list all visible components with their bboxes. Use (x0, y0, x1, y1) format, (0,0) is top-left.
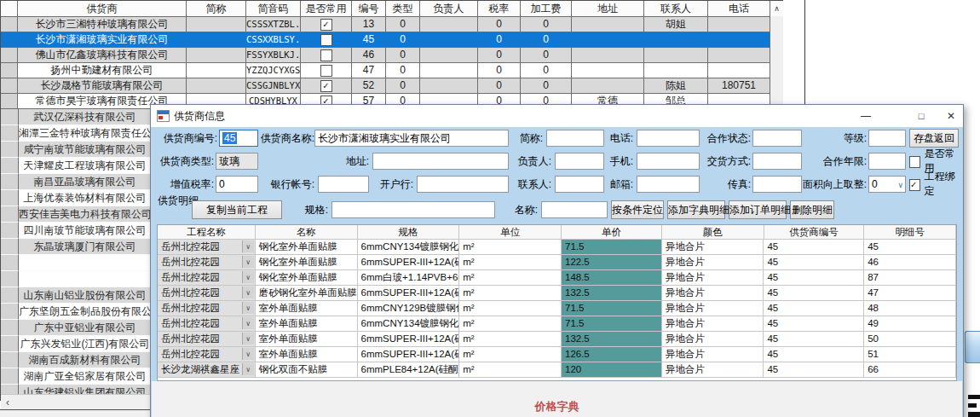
name-cell[interactable]: 钢化室外单面贴膜 (256, 270, 358, 286)
unit-cell[interactable]: m² (459, 362, 562, 378)
col-header-supplier[interactable]: 供货商 (18, 1, 187, 17)
color-cell[interactable]: 异地合片 (662, 316, 764, 332)
detail-grid-row[interactable]: 岳州北控花园 室外单面贴膜 6mmCNY134镀膜钢化 m² 71.5 异地合片… (158, 316, 956, 332)
common-checkbox[interactable] (320, 34, 332, 46)
supplier-table-row[interactable]: 长沙市潇湘玻璃实业有限公司 CSSXXBLSY... 45 0 0 0 (1, 32, 783, 48)
detail-grid-row[interactable]: 岳州北控花园 磨砂钢化室外单面贴膜 6mmSUPER-III+12A(硅... … (158, 286, 956, 301)
price-cell[interactable]: 132.5 (562, 332, 662, 347)
col-header-spec[interactable]: 规格 (358, 225, 460, 240)
name-cell[interactable]: 室外单面贴膜 (256, 347, 358, 362)
often-used-checkbox-row[interactable]: 是否常用 (909, 153, 963, 170)
col-header-address[interactable]: 地址 (572, 1, 644, 17)
copy-project-button[interactable]: 复制当前工程 (192, 200, 282, 219)
coop-years-input[interactable] (868, 153, 906, 170)
name-cell[interactable]: 室外单面贴膜 (256, 316, 358, 332)
supplier-no-cell[interactable]: 45 (764, 316, 864, 332)
col-header-pinyin[interactable]: 简音码 (246, 1, 301, 17)
unit-cell[interactable]: m² (459, 301, 562, 316)
shortname-input[interactable] (546, 130, 604, 147)
name-cell[interactable]: 室外单面贴膜 (256, 301, 358, 316)
coop-status-input[interactable] (752, 130, 802, 147)
locate-button[interactable]: 按条件定位 (611, 200, 664, 219)
maximize-button[interactable]: □ (908, 105, 934, 127)
project-combo-cell[interactable]: 岳州北控花园 (158, 332, 256, 347)
supplier-list-item[interactable]: 湖南广亚全铝家居有限公司 (1, 368, 151, 385)
supplier-list-item[interactable]: 东晶玻璃厦门有限公司 (1, 239, 151, 255)
price-cell[interactable]: 148.5 (562, 270, 662, 286)
scroll-up-icon[interactable]: ∧ (770, 1, 783, 17)
detail-grid-row[interactable]: 岳州北控花园 钢化室外单面贴膜 6mmCNY134镀膜钢化 m² 71.5 异地… (158, 240, 956, 255)
color-cell[interactable]: 异地合片 (662, 362, 764, 378)
unit-cell[interactable]: m² (459, 316, 562, 332)
name-filter-input[interactable] (541, 201, 608, 218)
name-cell[interactable]: 钢化双面不贴膜 (256, 362, 358, 378)
name-cell[interactable]: 室外单面贴膜 (256, 332, 358, 347)
col-header-common[interactable]: 是否常用 (301, 1, 352, 17)
supplier-no-cell[interactable]: 45 (764, 332, 864, 347)
price-cell[interactable]: 71.5 (562, 240, 662, 255)
name-cell[interactable]: 钢化室外单面贴膜 (256, 240, 358, 255)
col-header-taxrate[interactable]: 税率 (478, 1, 521, 17)
project-combo-cell[interactable]: 岳州北控花园 (158, 270, 256, 286)
supplier-no-cell[interactable]: 45 (764, 301, 864, 316)
add-dict-detail-button[interactable]: 添加字典明细 (667, 200, 725, 219)
name-cell[interactable]: 磨砂钢化室外单面贴膜 (256, 286, 358, 301)
project-combo-cell[interactable]: 岳州北控花园 (158, 301, 256, 316)
often-used-checkbox[interactable] (909, 156, 920, 168)
unit-cell[interactable]: m² (459, 255, 562, 270)
detail-grid-row[interactable]: 岳州北控花园 室外单面贴膜 6mmSUPER-III+12A(硅... m² 1… (158, 332, 956, 347)
price-cell[interactable]: 126.5 (562, 347, 662, 362)
col-header-phone[interactable]: 电话 (708, 1, 770, 17)
grade-input[interactable] (868, 130, 906, 147)
detail-no-cell[interactable]: 50 (864, 332, 956, 347)
delete-detail-button[interactable]: 删除明细 (790, 200, 834, 219)
supplier-list-item[interactable] (1, 255, 151, 271)
save-return-button[interactable]: 存盘返回 (909, 129, 959, 148)
spec-cell[interactable]: 6mmSUPER-III+12A(硅... (358, 255, 460, 270)
supplier-list-item[interactable]: 广东坚朗五金制品股份有限公司 (1, 304, 151, 320)
detail-grid-row[interactable]: 岳州北控花园 室外单面贴膜 6mmCNY129B镀膜钢化 m² 71.5 异地合… (158, 301, 956, 316)
detail-no-cell[interactable]: 48 (864, 301, 956, 316)
manager-input[interactable] (555, 153, 604, 170)
col-header-type[interactable]: 类型 (386, 1, 420, 17)
scroll-left-icon[interactable]: ‹ (1, 396, 14, 409)
unit-cell[interactable]: m² (459, 332, 562, 347)
supplier-no-cell[interactable]: 45 (764, 240, 864, 255)
common-checkbox[interactable] (320, 19, 332, 31)
bank-input[interactable] (417, 176, 509, 193)
area-round-combo[interactable]: 0 (868, 176, 906, 193)
color-cell[interactable]: 异地合片 (662, 270, 764, 286)
spec-cell[interactable]: 6mmCNY129B镀膜钢化 (358, 301, 460, 316)
detail-no-cell[interactable]: 49 (864, 316, 956, 332)
common-checkbox[interactable] (320, 65, 332, 77)
col-header-contact[interactable]: 联系人 (644, 1, 708, 17)
price-cell[interactable]: 120 (562, 362, 662, 378)
detail-no-cell[interactable]: 66 (864, 362, 956, 378)
supplier-table-row[interactable]: 长沙晟格节能玻璃有限公司 CSSGJNBLYXGS 52 0 0 0 陈姐 18… (1, 78, 783, 94)
detail-no-cell[interactable]: 51 (864, 347, 956, 362)
dialog-titlebar[interactable]: 供货商信息 — □ ✕ (151, 105, 963, 127)
supplier-no-cell[interactable]: 45 (764, 286, 864, 301)
price-cell[interactable]: 71.5 (562, 316, 662, 332)
project-combo-cell[interactable]: 长沙龙湖祺鑫星座 (158, 362, 256, 378)
price-cell[interactable]: 122.5 (562, 255, 662, 270)
supplier-list-item[interactable]: 四川南玻节能玻璃有限公司 (1, 223, 151, 239)
bank-account-input[interactable] (318, 176, 369, 193)
supplier-list-item[interactable]: 武汉亿深科技有限公司 (1, 109, 151, 125)
spec-cell[interactable]: 6mmCNY134镀膜钢化 (358, 240, 460, 255)
col-header-manager[interactable]: 负责人 (420, 1, 478, 17)
vertical-scrollbar[interactable] (770, 16, 783, 105)
unit-cell[interactable]: m² (459, 270, 562, 286)
project-combo-cell[interactable]: 岳州北控花园 (158, 347, 256, 362)
project-bind-checkbox-row[interactable]: 工程绑定 (909, 176, 963, 193)
project-combo-cell[interactable]: 岳州北控花园 (158, 316, 256, 332)
common-checkbox[interactable] (320, 49, 332, 61)
supplier-no-cell[interactable]: 45 (764, 270, 864, 286)
detail-no-cell[interactable]: 87 (864, 270, 956, 286)
email-input[interactable] (637, 176, 700, 193)
supplier-list-item[interactable]: 湘潭三金特种玻璃有限责任公司 (1, 125, 151, 142)
supplier-table-row[interactable]: 扬州中勤建材有限公司 YZZQJCYXGS 47 0 0 0 (1, 63, 783, 78)
col-header-shortname[interactable]: 简称 (187, 1, 246, 17)
supplier-list-item[interactable]: 山东南山铝业股份有限公司 (1, 287, 151, 304)
project-combo-cell[interactable]: 岳州北控花园 (158, 286, 256, 301)
